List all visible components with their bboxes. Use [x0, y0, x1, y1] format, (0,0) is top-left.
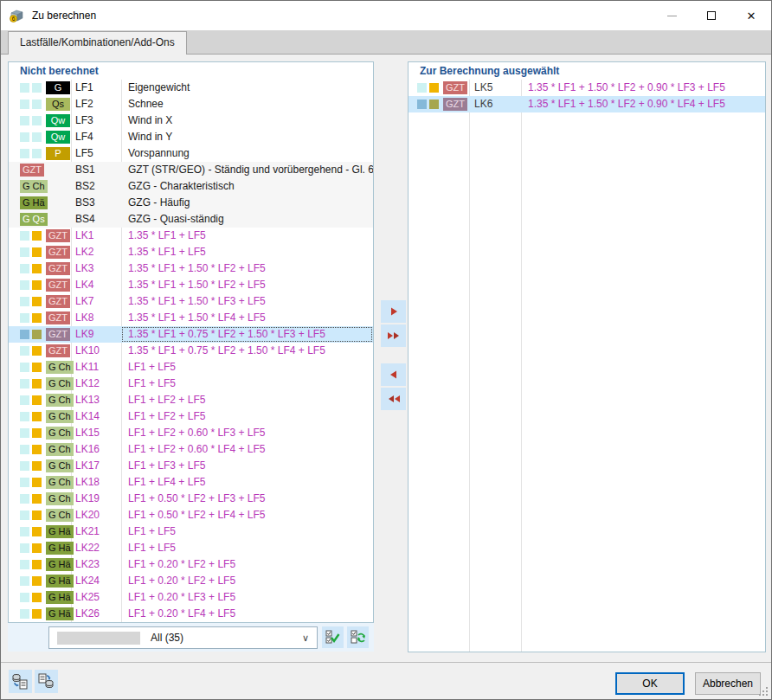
- category-badge: G Hä: [46, 575, 74, 588]
- cyan-square-icon: [20, 576, 29, 586]
- list-item-BS3[interactable]: G HäBS3GZG - Häufig: [9, 195, 373, 211]
- resize-grip[interactable]: [759, 687, 769, 697]
- row-description: LF1 + LF5: [121, 359, 373, 376]
- category-badge: G Ch: [46, 476, 74, 489]
- row-icons: G: [9, 81, 71, 94]
- list-item-LK3[interactable]: GZTLK31.35 * LF1 + 1.50 * LF2 + LF5: [9, 260, 373, 277]
- left-panel-header: Nicht berechnet: [9, 62, 373, 80]
- copy-from-database-button[interactable]: [9, 670, 32, 693]
- list-item-LK6[interactable]: GZTLK61.35 * LF1 + 1.50 * LF2 + 0.90 * L…: [409, 96, 765, 112]
- list-item-LK22[interactable]: G HäLK22LF1 + LF5: [9, 540, 373, 556]
- list-item-LK18[interactable]: G ChLK18LF1 + LF4 + LF5: [9, 474, 373, 491]
- list-item-LK21[interactable]: G HäLK21LF1 + LF5: [9, 523, 373, 540]
- arrow-left-icon: [389, 369, 399, 380]
- list-item-LK9[interactable]: GZTLK91.35 * LF1 + 0.75 * LF2 + 1.50 * L…: [9, 326, 373, 343]
- list-item-LF4[interactable]: QwLF4Wind in Y: [9, 129, 373, 145]
- row-icons: GZT: [9, 295, 71, 308]
- list-item-LK12[interactable]: G ChLK12LF1 + LF5: [9, 376, 373, 392]
- row-description: 1.35 * LF1 + 1.50 * LF2 + LF5: [121, 260, 373, 277]
- yellow-square-icon: [32, 379, 42, 389]
- row-description: 1.35 * LF1 + LF5: [121, 228, 373, 244]
- cyan-square-icon: [32, 132, 42, 142]
- category-badge: G Hä: [46, 607, 74, 620]
- ok-button[interactable]: OK: [615, 672, 685, 695]
- yellow-square-icon: [32, 297, 42, 306]
- list-item-LK1[interactable]: GZTLK11.35 * LF1 + LF5: [9, 228, 373, 244]
- yellow-square-icon: [32, 527, 42, 536]
- yellow-square-icon: [429, 100, 439, 109]
- row-icons: P: [9, 147, 71, 160]
- list-item-LK8[interactable]: GZTLK81.35 * LF1 + 1.50 * LF4 + LF5: [9, 310, 373, 326]
- row-description: 1.35 * LF1 + 0.75 * LF2 + 1.50 * LF4 + L…: [121, 343, 373, 359]
- filter-dropdown[interactable]: All (35) ∨: [48, 626, 318, 649]
- yellow-square-icon: [32, 247, 42, 257]
- list-item-LK4[interactable]: GZTLK41.35 * LF1 + 1.50 * LF2 + LF5: [9, 277, 373, 293]
- app-icon: 6: [10, 10, 24, 22]
- list-item-LK10[interactable]: GZTLK101.35 * LF1 + 0.75 * LF2 + 1.50 * …: [9, 343, 373, 359]
- row-description: LF1 + 0.20 * LF4 + LF5: [121, 606, 373, 622]
- list-item-LK16[interactable]: G ChLK16LF1 + LF2 + 0.60 * LF4 + LF5: [9, 441, 373, 458]
- cancel-button[interactable]: Abbrechen: [695, 672, 761, 695]
- row-description: Wind in X: [121, 112, 373, 129]
- row-id: LK14: [71, 408, 121, 425]
- maximize-icon: [707, 11, 716, 20]
- row-description: GZG - Quasi-ständig: [121, 211, 373, 228]
- row-id: LK17: [71, 458, 121, 474]
- move-left-button[interactable]: [381, 363, 406, 386]
- list-item-LF5[interactable]: PLF5Vorspannung: [9, 145, 373, 162]
- category-badge: Qs: [46, 98, 70, 111]
- minimize-button[interactable]: [652, 1, 692, 30]
- row-description: LF1 + 0.50 * LF2 + LF4 + LF5: [121, 507, 373, 523]
- row-id: LF3: [71, 112, 121, 129]
- invert-selection-button[interactable]: [347, 626, 369, 648]
- list-item-LK26[interactable]: G HäLK26LF1 + 0.20 * LF4 + LF5: [9, 606, 373, 622]
- row-description: Schnee: [121, 96, 373, 112]
- list-item-LF1[interactable]: GLF1Eigengewicht: [9, 80, 373, 96]
- list-item-LK11[interactable]: G ChLK11LF1 + LF5: [9, 359, 373, 376]
- row-description: 1.35 * LF1 + 0.75 * LF2 + 1.50 * LF3 + L…: [121, 326, 373, 343]
- list-item-LK15[interactable]: G ChLK15LF1 + LF2 + 0.60 * LF3 + LF5: [9, 425, 373, 441]
- move-all-left-button[interactable]: [381, 388, 406, 410]
- maximize-button[interactable]: [692, 1, 731, 30]
- chevron-down-icon: ∨: [302, 633, 309, 644]
- list-item-LK13[interactable]: G ChLK13LF1 + LF2 + LF5: [9, 392, 373, 408]
- select-all-button[interactable]: [322, 626, 344, 648]
- cyan-square-icon: [20, 560, 29, 569]
- list-item-LK20[interactable]: G ChLK20LF1 + 0.50 * LF2 + LF4 + LF5: [9, 507, 373, 523]
- list-item-LK14[interactable]: G ChLK14LF1 + LF2 + LF5: [9, 408, 373, 425]
- list-item-LF2[interactable]: QsLF2Schnee: [9, 96, 373, 112]
- row-description: 1.35 * LF1 + 1.50 * LF2 + LF5: [121, 277, 373, 293]
- row-description: LF1 + LF2 + 0.60 * LF3 + LF5: [121, 425, 373, 441]
- row-icons: GZT: [409, 81, 469, 94]
- list-item-BS2[interactable]: G ChBS2GZG - Charakteristisch: [9, 178, 373, 195]
- close-button[interactable]: ✕: [731, 1, 771, 30]
- list-item-LF3[interactable]: QwLF3Wind in X: [9, 112, 373, 129]
- row-id: LK1: [71, 228, 121, 244]
- svg-text:6: 6: [12, 16, 16, 22]
- category-badge: G Hä: [46, 591, 74, 604]
- copy-to-database-button[interactable]: [35, 670, 58, 693]
- list-item-LK24[interactable]: G HäLK24LF1 + 0.20 * LF2 + LF5: [9, 573, 373, 589]
- list-item-LK19[interactable]: G ChLK19LF1 + 0.50 * LF2 + LF3 + LF5: [9, 491, 373, 507]
- list-item-LK7[interactable]: GZTLK71.35 * LF1 + 1.50 * LF3 + LF5: [9, 293, 373, 310]
- list-item-BS4[interactable]: G QsBS4GZG - Quasi-ständig: [9, 211, 373, 228]
- row-icons: G Ch: [9, 476, 71, 489]
- list-item-LK5[interactable]: GZTLK51.35 * LF1 + 1.50 * LF2 + 0.90 * L…: [409, 80, 765, 96]
- row-icons: Qs: [9, 98, 71, 111]
- row-icons: G Hä: [9, 196, 71, 209]
- category-badge: GZT: [46, 246, 70, 259]
- move-all-right-button[interactable]: [381, 324, 406, 347]
- list-item-LK2[interactable]: GZTLK21.35 * LF1 + LF5: [9, 244, 373, 260]
- yellow-square-icon: [32, 576, 42, 586]
- list-item-LK17[interactable]: G ChLK17LF1 + LF3 + LF5: [9, 458, 373, 474]
- cyan-square-icon: [20, 100, 29, 109]
- list-item-BS1[interactable]: GZTBS1GZT (STR/GEO) - Ständig und vorübe…: [9, 162, 373, 178]
- list-item-LK25[interactable]: G HäLK25LF1 + 0.20 * LF3 + LF5: [9, 589, 373, 606]
- tab-lastfaelle-kombinationen-addons[interactable]: Lastfälle/Kombinationen/Add-Ons: [8, 31, 187, 55]
- move-right-button[interactable]: [381, 300, 406, 323]
- yellow-square-icon: [32, 313, 42, 323]
- yellow-square-icon: [32, 330, 42, 339]
- list-item-LK23[interactable]: G HäLK23LF1 + 0.20 * LF2 + LF5: [9, 556, 373, 573]
- double-arrow-right-icon: [387, 331, 401, 341]
- category-badge: Qw: [46, 114, 70, 127]
